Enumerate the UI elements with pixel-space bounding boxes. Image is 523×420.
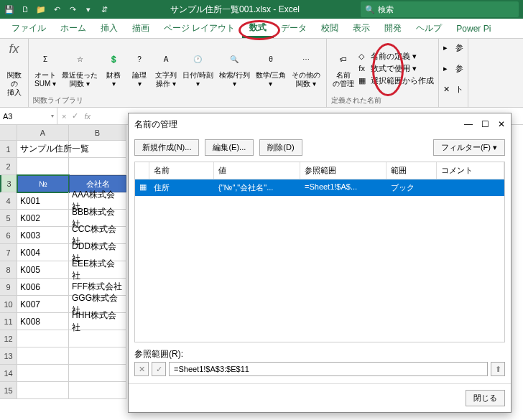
other-functions-button[interactable]: ⋯その他の関数 ▾	[290, 48, 322, 90]
col-comment[interactable]: コメント	[437, 162, 504, 179]
dep-item-2[interactable]: ▸参	[443, 63, 463, 74]
cell[interactable]: K007	[17, 296, 69, 313]
col-value[interactable]: 値	[214, 162, 300, 179]
cell[interactable]	[17, 382, 69, 399]
new-name-button[interactable]: 新規作成(N)...	[134, 139, 199, 156]
close-icon[interactable]: ✕	[498, 119, 505, 129]
new-icon[interactable]: 🗋	[20, 4, 30, 14]
dep-item-1[interactable]: ▸参	[443, 42, 463, 53]
cancel-ref-button[interactable]: ✕	[134, 362, 149, 376]
row-header[interactable]: 5	[0, 210, 17, 227]
redo-icon[interactable]: ↷	[68, 4, 78, 14]
cell[interactable]: K006	[17, 279, 69, 296]
row-header[interactable]: 4	[0, 192, 17, 210]
cell[interactable]: K002	[17, 210, 69, 227]
row-header[interactable]: 3	[0, 175, 17, 192]
close-button[interactable]: 閉じる	[466, 390, 505, 406]
collapse-dialog-button[interactable]: ⬆	[491, 362, 505, 376]
row-header[interactable]: 10	[0, 296, 17, 313]
ribbon-insert-function[interactable]: fx 関数の挿入	[0, 39, 29, 107]
row-header[interactable]: 6	[0, 227, 17, 244]
recent-functions-button[interactable]: ☆最近使った関数 ▾	[60, 48, 99, 90]
logical-button[interactable]: ?論理▾	[128, 48, 151, 90]
row-header[interactable]: 11	[0, 313, 17, 330]
edit-name-button[interactable]: 編集(E)...	[205, 139, 254, 156]
cell[interactable]: №	[17, 175, 69, 192]
tab-data[interactable]: データ	[274, 19, 314, 38]
row-header[interactable]: 12	[0, 330, 17, 347]
define-name-button[interactable]: ◇名前の定義 ▾	[358, 51, 434, 62]
apply-ref-button[interactable]: ✓	[152, 362, 166, 376]
tab-developer[interactable]: 開発	[377, 19, 409, 38]
cell[interactable]	[17, 347, 69, 365]
undo-icon[interactable]: ↶	[52, 4, 62, 14]
financial-button[interactable]: 💲財務▾	[102, 48, 125, 90]
save-icon[interactable]: 💾	[4, 4, 14, 14]
cell[interactable]: K005	[17, 261, 69, 279]
tab-page-layout[interactable]: ページ レイアウト	[157, 19, 242, 38]
row-header[interactable]: 2	[0, 158, 17, 175]
more-icon[interactable]: ▾	[83, 4, 93, 14]
search-box[interactable]: 🔍 検索	[361, 1, 519, 17]
cell[interactable]	[69, 158, 126, 175]
cell[interactable]	[17, 158, 69, 175]
row-header[interactable]: 9	[0, 279, 17, 296]
cell[interactable]: K003	[17, 227, 69, 244]
cell[interactable]	[69, 330, 126, 347]
name-manager-button[interactable]: 🏷名前の管理	[331, 48, 356, 90]
tab-formulas[interactable]: 数式	[242, 19, 274, 38]
check-icon[interactable]: ✓	[72, 111, 78, 121]
cell[interactable]: サンプル住所一覧	[17, 141, 69, 158]
date-button[interactable]: 🕐日付/時刻▾	[181, 48, 215, 90]
maximize-icon[interactable]: ☐	[481, 119, 489, 129]
cell[interactable]	[69, 382, 126, 399]
cell[interactable]	[69, 365, 126, 382]
tree-icon[interactable]: ⇵	[99, 4, 109, 14]
row-header[interactable]: 7	[0, 244, 17, 261]
tab-draw[interactable]: 描画	[125, 19, 157, 38]
autosum-button[interactable]: ΣオートSUM ▾	[33, 48, 57, 90]
name-box[interactable]: A3▾	[0, 108, 57, 124]
list-row[interactable]: ▦ 住所 {"№","会社名"... =Sheet1!$A$... ブック	[135, 179, 504, 196]
use-in-formula-button[interactable]: fx数式で使用 ▾	[358, 63, 434, 74]
select-all-corner[interactable]	[0, 125, 17, 141]
cancel-icon[interactable]: ×	[62, 112, 66, 121]
col-refersto[interactable]: 参照範囲	[300, 162, 387, 179]
tab-insert[interactable]: 挿入	[93, 19, 125, 38]
filter-button[interactable]: フィルター(F) ▾	[433, 139, 505, 156]
tab-review[interactable]: 校閲	[314, 19, 346, 38]
row-header[interactable]: 15	[0, 382, 17, 399]
cell[interactable]: K001	[17, 192, 69, 210]
refers-to-input[interactable]	[169, 362, 488, 376]
tab-home[interactable]: ホーム	[53, 19, 93, 38]
cell[interactable]: K008	[17, 313, 69, 330]
names-list[interactable]: 名前 値 参照範囲 範囲 コメント ▦ 住所 {"№","会社名"... =Sh…	[134, 162, 505, 342]
column-header[interactable]: B	[69, 125, 126, 141]
tab-file[interactable]: ファイル	[4, 19, 53, 38]
math-button[interactable]: θ数学/三角▾	[254, 48, 288, 90]
text-button[interactable]: A文字列操作 ▾	[154, 48, 178, 90]
cell[interactable]	[17, 330, 69, 347]
row-header[interactable]: 1	[0, 141, 17, 158]
cell[interactable]: K004	[17, 244, 69, 261]
row-header[interactable]: 13	[0, 347, 17, 365]
lookup-button[interactable]: 🔍検索/行列▾	[218, 48, 251, 90]
create-from-selection-button[interactable]: ▦選択範囲から作成	[358, 75, 434, 86]
cell[interactable]	[69, 141, 126, 158]
row-header[interactable]: 14	[0, 365, 17, 382]
row-header[interactable]: 8	[0, 261, 17, 279]
tab-powerpivot[interactable]: Power Pi	[449, 19, 498, 38]
col-scope[interactable]: 範囲	[387, 162, 437, 179]
col-name[interactable]: 名前	[149, 162, 214, 179]
dep-item-3[interactable]: ✕ト	[443, 84, 463, 95]
cell[interactable]	[17, 365, 69, 382]
minimize-icon[interactable]: —	[464, 119, 473, 129]
delete-name-button[interactable]: 削除(D)	[259, 139, 302, 156]
tab-help[interactable]: ヘルプ	[409, 19, 449, 38]
cell[interactable]	[69, 347, 126, 365]
fx-icon[interactable]: fx	[84, 112, 91, 121]
cell[interactable]: HHH株式会社	[69, 313, 126, 330]
tab-view[interactable]: 表示	[346, 19, 377, 38]
cell[interactable]: EEE株式会社	[69, 261, 126, 279]
folder-icon[interactable]: 📁	[36, 4, 46, 14]
